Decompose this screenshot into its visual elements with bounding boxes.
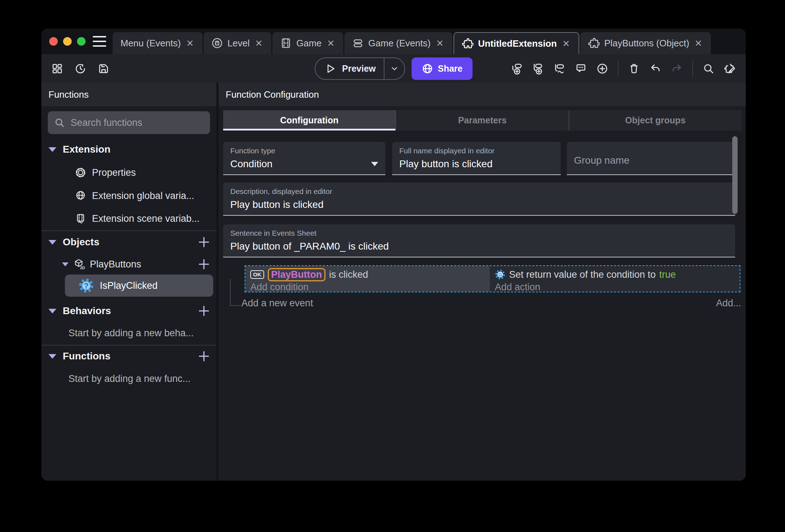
close-icon[interactable] — [694, 39, 703, 48]
function-type-field[interactable]: Function type Condition — [223, 142, 385, 175]
svg-text:?: ? — [84, 281, 88, 290]
behaviors-empty-hint: Start by adding a new beha... — [41, 323, 216, 343]
boolean-true-value[interactable]: true — [659, 269, 676, 280]
sidebar-section-behaviors[interactable]: Behaviors — [41, 301, 216, 321]
tab-label: Menu (Events) — [120, 38, 181, 49]
globe-icon — [421, 63, 433, 75]
description-field[interactable]: Description, displayed in editor — [223, 183, 735, 216]
tab-parameters[interactable]: Parameters — [395, 110, 568, 131]
description-input[interactable] — [230, 199, 728, 210]
sentence-field[interactable]: Sentence in Events Sheet — [223, 224, 735, 257]
window-tab-bar: Menu (Events) Level Game Game (Events) U… — [41, 29, 746, 54]
main-header: Function Configuration — [219, 83, 746, 106]
tab-menu-events[interactable]: Menu (Events) — [113, 32, 202, 54]
search-functions-box[interactable] — [48, 111, 210, 134]
sidebar-item-extension-global-variables[interactable]: Extension global varia... — [41, 186, 216, 206]
sidebar-divider — [41, 345, 216, 346]
add-object-button[interactable] — [197, 235, 211, 249]
main-title: Function Configuration — [226, 89, 319, 100]
functions-empty-hint: Start by adding a new func... — [41, 369, 216, 389]
sentence-input[interactable] — [230, 241, 728, 252]
add-action-button[interactable]: Add action — [495, 282, 540, 293]
search-functions-input[interactable] — [70, 117, 204, 129]
preview-options-button[interactable] — [384, 64, 404, 73]
add-comment-icon[interactable] — [575, 63, 587, 75]
group-name-input[interactable] — [574, 155, 728, 166]
collapse-arrow-icon[interactable] — [48, 309, 56, 313]
globe-variable-icon — [75, 190, 86, 201]
close-window-button[interactable] — [49, 37, 58, 46]
add-event-icon[interactable] — [511, 63, 523, 75]
search-icon[interactable] — [703, 63, 714, 75]
preview-button[interactable]: Preview — [315, 57, 405, 80]
undo-icon[interactable] — [650, 63, 661, 75]
sidebar-section-extension[interactable]: Extension — [41, 139, 216, 159]
action-line[interactable]: G Set return value of the condition to t… — [495, 268, 676, 281]
add-behavior-button[interactable] — [197, 304, 211, 318]
tab-object-groups[interactable]: Object groups — [569, 110, 742, 131]
add-function-button[interactable] — [197, 349, 211, 363]
screenshot-canvas: Menu (Events) Level Game Game (Events) U… — [0, 0, 785, 532]
close-icon[interactable] — [326, 39, 335, 48]
object-name-highlight[interactable]: PlayButton — [268, 268, 326, 281]
tab-label: Level — [227, 38, 250, 49]
sidebar-section-functions[interactable]: Functions — [41, 346, 216, 366]
sidebar-item-isplayclicked[interactable]: ? IsPlayClicked — [65, 275, 213, 297]
condition-line[interactable]: OK PlayButton is clicked — [250, 268, 368, 281]
sidebar-item-properties[interactable]: Properties — [41, 163, 216, 183]
collapse-arrow-icon[interactable] — [48, 240, 56, 245]
close-icon[interactable] — [185, 39, 195, 48]
history-icon[interactable] — [75, 63, 86, 75]
scrollbar-thumb[interactable] — [732, 136, 738, 214]
edit-extension-icon[interactable] — [724, 63, 736, 75]
add-condition-icon[interactable] — [554, 63, 565, 75]
trash-icon[interactable] — [628, 63, 640, 75]
close-icon[interactable] — [254, 39, 263, 48]
add-new-event-button[interactable]: Add a new event — [241, 298, 313, 309]
tab-configuration[interactable]: Configuration — [223, 110, 395, 131]
tab-label: Game — [296, 38, 322, 49]
tab-game-events[interactable]: Game (Events) — [344, 32, 452, 54]
redo-icon[interactable] — [671, 63, 683, 75]
close-icon[interactable] — [561, 39, 571, 48]
collapse-arrow-icon[interactable] — [48, 354, 56, 359]
gear-icon — [75, 167, 86, 178]
sidebar-section-objects[interactable]: Objects — [41, 232, 216, 252]
zoom-window-button[interactable] — [77, 37, 86, 46]
button-object-icon: OK — [250, 270, 264, 279]
tab-game[interactable]: Game — [272, 32, 343, 54]
add-condition-button[interactable]: Add condition — [250, 282, 309, 293]
event-actions-cell[interactable]: G Set return value of the condition to t… — [490, 266, 740, 292]
main-menu-icon[interactable] — [93, 36, 106, 47]
tab-level[interactable]: Level — [204, 32, 271, 54]
functions-sidebar: Functions Extension Properties Extension… — [41, 83, 216, 481]
collapse-arrow-icon[interactable] — [62, 262, 68, 266]
save-icon[interactable] — [98, 63, 109, 75]
tab-playbuttons-object[interactable]: PlayButtons (Object) — [580, 32, 711, 54]
share-button[interactable]: Share — [411, 57, 472, 80]
sidebar-header: Functions — [41, 83, 216, 106]
function-configuration-panel: Function Configuration Configuration Par… — [219, 83, 746, 481]
add-function-to-object-button[interactable] — [197, 257, 211, 271]
action-gear-icon: G — [495, 269, 506, 280]
chevron-down-icon — [390, 64, 399, 73]
scene-icon — [211, 37, 223, 49]
sidebar-item-extension-scene-variables[interactable]: Extension scene variab... — [41, 209, 216, 229]
event-conditions-cell[interactable]: OK PlayButton is clicked Add condition — [245, 266, 490, 292]
tab-label: UntitledExtension — [478, 38, 557, 49]
full-name-field[interactable]: Full name displayed in editor — [392, 142, 561, 175]
close-icon[interactable] — [435, 39, 445, 48]
add-more-button[interactable]: Add... — [716, 298, 741, 309]
project-manager-icon[interactable] — [51, 63, 63, 75]
selected-event-row[interactable]: OK PlayButton is clicked Add condition G — [245, 265, 740, 292]
sidebar-item-playbuttons[interactable]: 2D PlayButtons — [41, 254, 216, 274]
group-name-field[interactable] — [567, 142, 735, 175]
minimize-window-button[interactable] — [63, 37, 72, 46]
condition-function-icon: ? — [78, 278, 94, 293]
tab-untitled-extension[interactable]: UntitledExtension — [453, 32, 579, 54]
add-circle-icon[interactable] — [596, 63, 608, 75]
add-subevent-icon[interactable] — [532, 63, 544, 75]
full-name-input[interactable] — [399, 158, 554, 170]
collapse-arrow-icon[interactable] — [48, 147, 56, 152]
film-icon — [280, 37, 292, 49]
